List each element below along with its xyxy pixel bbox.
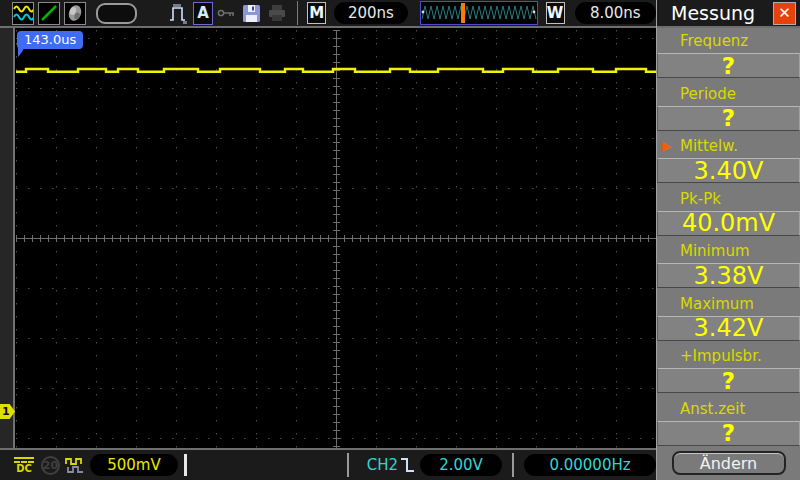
close-icon[interactable]: ✕	[773, 2, 796, 25]
measurement-value: 3.40V	[657, 158, 800, 183]
measurement-value: ?	[657, 53, 800, 78]
measurement-label: Periode	[680, 85, 736, 103]
oscilloscope-screen: A M 200ns	[0, 0, 800, 480]
panel-title-bar: Messung ✕	[657, 0, 800, 28]
key-lock-icon[interactable]	[217, 7, 237, 19]
measurement-row[interactable]: ▶ Anst.zeit ?	[657, 396, 800, 449]
channel-waveforms-icon[interactable]	[12, 2, 34, 25]
change-button[interactable]: Ändern	[672, 451, 786, 475]
measurement-label: Minimum	[680, 242, 750, 260]
falling-edge-icon	[400, 455, 418, 475]
hand-tool-icon[interactable]	[64, 2, 86, 25]
trigger-source[interactable]: CH2	[367, 456, 398, 474]
graticule	[16, 30, 656, 448]
measurement-value: ?	[657, 421, 800, 446]
measurement-value: ?	[657, 368, 800, 393]
measurement-row[interactable]: ▶ Minimum 3.38V	[657, 238, 800, 291]
selected-arrow-icon: ▶	[662, 133, 671, 159]
trigger-frequency: 0.00000Hz	[524, 454, 656, 476]
measurement-row[interactable]: ▶ Maximum 3.42V	[657, 291, 800, 344]
statusbar-separator	[512, 453, 514, 477]
measurement-row[interactable]: ▶ Mittelw. 3.40V	[657, 133, 800, 186]
measurement-row[interactable]: ▶ Periode ?	[657, 81, 800, 134]
coupling-label: DC	[12, 463, 36, 474]
measurement-row[interactable]: ▶ Pk-Pk 40.0mV	[657, 186, 800, 239]
pulse-icon[interactable]	[169, 1, 189, 25]
window-timebase-icon: W	[546, 2, 565, 24]
window-timebase-value[interactable]: 8.00ns	[575, 2, 656, 24]
main-timebase-icon: M	[307, 2, 326, 24]
measurement-label: Anst.zeit	[680, 400, 745, 418]
panel-title: Messung	[657, 2, 773, 24]
measurement-value: ?	[657, 106, 800, 131]
measurement-row[interactable]: ▶ Frequenz ?	[657, 28, 800, 81]
measurement-value: 3.42V	[657, 316, 800, 341]
waveform-preview[interactable]	[420, 1, 538, 25]
bandwidth-limit-icon: 20	[41, 456, 60, 475]
ch1-scale[interactable]: 500mV	[90, 454, 178, 476]
cursor-bar	[184, 454, 187, 476]
trigger-level[interactable]: 2.00V	[420, 454, 502, 476]
measurement-value: 3.38V	[657, 263, 800, 288]
status-oval	[96, 3, 137, 24]
measurement-label: +Impulsbr.	[680, 347, 762, 365]
trigger-offset-balloon: 143.0us	[17, 31, 83, 49]
measurement-label: Maximum	[680, 295, 754, 313]
timebase-value[interactable]: 200ns	[334, 2, 407, 24]
toolbar: A M 200ns	[0, 0, 656, 28]
measurement-label: Mittelw.	[680, 137, 738, 155]
display-vector-icon[interactable]	[38, 2, 60, 25]
window-position-marker[interactable]	[461, 3, 465, 23]
measurement-value: 40.0mV	[657, 211, 800, 236]
waveform-display: 143.0us 1	[0, 28, 656, 448]
auto-mode-icon[interactable]: A	[193, 2, 212, 25]
save-icon[interactable]	[241, 3, 262, 24]
measurement-label: Pk-Pk	[680, 190, 721, 208]
left-margin-strip	[0, 28, 15, 448]
measurement-row[interactable]: ▶ +Impulsbr. ?	[657, 343, 800, 396]
measurement-rows: ▶ Frequenz ? ▶ Periode ? ▶ Mittelw. 3.40…	[657, 28, 800, 448]
toolbar-separator	[297, 1, 299, 25]
print-icon[interactable]	[266, 3, 288, 23]
status-bar: DC 20 500mV CH2 2.00V 0.00000Hz	[0, 448, 656, 480]
square-wave-icon	[65, 457, 86, 474]
measurement-label: Frequenz	[680, 32, 748, 50]
statusbar-separator	[347, 453, 349, 477]
measurement-panel: Messung ✕ ▶ Frequenz ? ▶ Periode ?	[656, 0, 800, 480]
dc-coupling-icon: DC	[12, 457, 36, 474]
